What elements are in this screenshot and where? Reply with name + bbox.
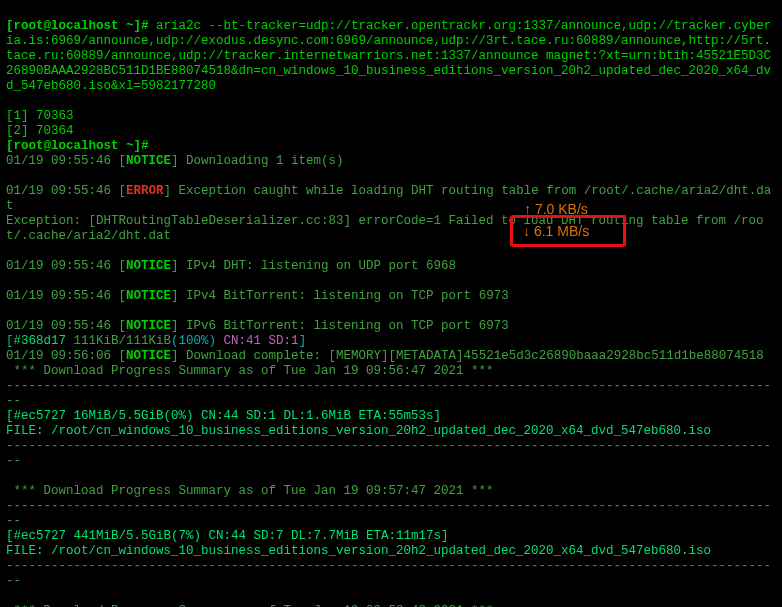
bracket: [ (119, 349, 127, 363)
log-msg: Download complete: [MEMORY][METADATA]455… (186, 349, 764, 363)
notice-tag: NOTICE (126, 289, 171, 303)
ts: 01/19 09:55:46 (6, 319, 119, 333)
bracket: [ (119, 259, 127, 273)
file-path: FILE: /root/cn_windows_10_business_editi… (6, 424, 711, 438)
meta-id: #368d17 (14, 334, 67, 348)
job-id-2: [2] 70364 (6, 124, 74, 138)
bracket: [ (6, 334, 14, 348)
bracket: ] (171, 259, 186, 273)
ts: 01/19 09:55:46 (6, 259, 119, 273)
notice-tag: NOTICE (126, 259, 171, 273)
bracket: ] (299, 334, 307, 348)
ts: 01/19 09:55:46 (6, 184, 119, 198)
terminal-output: [root@localhost ~]# aria2c --bt-tracker=… (0, 0, 782, 607)
bracket: [ (119, 184, 127, 198)
bracket: [ (119, 289, 127, 303)
bracket: ] (171, 289, 186, 303)
log-msg: IPv6 BitTorrent: listening on TCP port 6… (186, 319, 509, 333)
bracket: ] (171, 319, 186, 333)
ts: 01/19 09:56:06 (6, 349, 119, 363)
bracket: ] (171, 154, 186, 168)
separator: ----------------------------------------… (6, 439, 771, 468)
log-msg: Downloading 1 item(s) (186, 154, 344, 168)
ts: 01/19 09:55:46 (6, 154, 119, 168)
bracket: ] (171, 349, 186, 363)
log-msg: IPv4 BitTorrent: listening on TCP port 6… (186, 289, 509, 303)
job-id-1: [1] 70363 (6, 109, 74, 123)
meta-pct: 100% (179, 334, 209, 348)
error-tag: ERROR (126, 184, 164, 198)
bracket: ] (164, 184, 179, 198)
meta-size: 111KiB/111KiB (66, 334, 171, 348)
ts: 01/19 09:55:46 (6, 289, 119, 303)
notice-tag: NOTICE (126, 154, 171, 168)
notice-tag: NOTICE (126, 349, 171, 363)
progress-stat: [#ec5727 16MiB/5.5GiB(0%) CN:44 SD:1 DL:… (6, 409, 441, 423)
summary-header: *** Download Progress Summary as of Tue … (6, 364, 501, 378)
notice-tag: NOTICE (126, 319, 171, 333)
progress-stat: [#ec5727 441MiB/5.5GiB(7%) CN:44 SD:7 DL… (6, 529, 449, 543)
file-path: FILE: /root/cn_windows_10_business_editi… (6, 544, 711, 558)
separator: ----------------------------------------… (6, 379, 771, 408)
separator: ----------------------------------------… (6, 559, 771, 588)
bracket: ( (171, 334, 179, 348)
meta-tail: CN:41 SD:1 (216, 334, 299, 348)
separator: ----------------------------------------… (6, 499, 771, 528)
bracket: [ (119, 154, 127, 168)
bracket: ) (209, 334, 217, 348)
shell-prompt: [root@localhost ~]# (6, 19, 156, 33)
shell-prompt: [root@localhost ~]# (6, 139, 149, 153)
exception-msg: Exception: [DHTRoutingTableDeserializer.… (6, 214, 764, 243)
download-speed-annotation: ↓ 6.1 MB/s (510, 215, 626, 247)
summary-header: *** Download Progress Summary as of Tue … (6, 484, 501, 498)
log-msg: IPv4 DHT: listening on UDP port 6968 (186, 259, 456, 273)
bracket: [ (119, 319, 127, 333)
